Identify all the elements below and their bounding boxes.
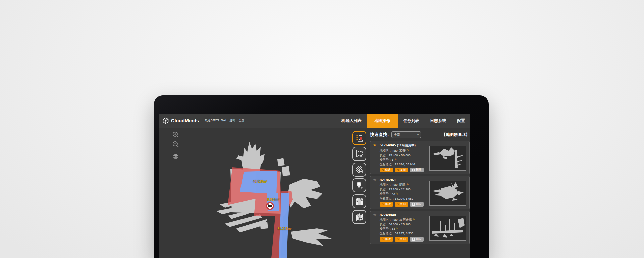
nav-item-map-operation[interactable]: 地图操作 xyxy=(367,114,398,128)
edit-pencil-icon[interactable]: ✎ xyxy=(394,158,397,161)
map-card: ★ 51764845 (12号使用中) 地图名：map_33楼✎ 长宽：25.4… xyxy=(370,141,470,174)
app-screen: CloudMinds 欢迎BJDT2_Test 退出 全屏 机器人列表 地图操作… xyxy=(159,114,470,258)
map-canvas[interactable]: 40.519m² 8.614m² 80.215m² xyxy=(159,128,352,258)
logout-link[interactable]: 退出 xyxy=(229,119,235,123)
edit-pencil-icon: ✎ xyxy=(397,203,399,206)
copy-button[interactable]: ✎复制 xyxy=(395,168,408,172)
modify-button[interactable]: ✎修改 xyxy=(380,202,393,207)
copy-button[interactable]: ✎复制 xyxy=(395,237,408,242)
star-filled-icon[interactable]: ★ xyxy=(373,143,377,147)
laptop-mockup: CloudMinds 欢迎BJDT2_Test 退出 全屏 机器人列表 地图操作… xyxy=(154,95,489,258)
star-outline-icon[interactable]: ☆ xyxy=(373,178,377,182)
edit-pencil-icon[interactable]: ✎ xyxy=(396,192,399,196)
delete-icon xyxy=(412,238,415,241)
desktop-background: CloudMinds 欢迎BJDT2_Test 退出 全屏 机器人列表 地图操作… xyxy=(0,0,644,258)
edit-pencil-icon[interactable]: ✎ xyxy=(407,149,410,152)
edit-pencil-icon: ✎ xyxy=(382,168,384,172)
map-thumbnail[interactable] xyxy=(429,181,466,206)
edit-pencil-icon: ✎ xyxy=(397,168,399,172)
map-count-label: 【地图数量:3】 xyxy=(442,132,470,138)
modify-button[interactable]: ✎修改 xyxy=(380,237,393,242)
edit-pencil-icon[interactable]: ✎ xyxy=(396,227,399,230)
edit-pencil-icon: ✎ xyxy=(397,238,399,241)
nav-item-log-system[interactable]: 日志系统 xyxy=(425,114,451,128)
map-toolbar xyxy=(352,131,366,224)
hatch-area-add-icon[interactable] xyxy=(352,163,366,177)
cloudminds-logo: CloudMinds xyxy=(162,117,199,124)
chevron-down-icon: ▾ xyxy=(417,133,419,136)
filter-select-value: 全部 xyxy=(394,132,417,137)
map-thumbnail[interactable] xyxy=(429,146,466,171)
modify-button[interactable]: ✎修改 xyxy=(380,168,393,172)
area-size-label: 40.519m² xyxy=(253,180,267,183)
nav-item-robot-list[interactable]: 机器人列表 xyxy=(336,114,367,128)
robot-marker xyxy=(267,203,273,209)
map-card: ☆ 87749840 地图名：map_33层走廊✎ 长宽：56.600 x 25… xyxy=(370,211,470,244)
map-task-icon[interactable] xyxy=(352,131,366,145)
area-size-label: 8.614m² xyxy=(267,198,279,201)
delete-button[interactable]: 删除 xyxy=(410,168,424,172)
fullscreen-link[interactable]: 全屏 xyxy=(238,119,244,123)
map-list-panel: 快速查找: 全部 ▾ 【地图数量:3】 ★ 51764845 xyxy=(370,131,470,244)
map-frame-icon[interactable] xyxy=(352,147,366,161)
edit-pencil-icon: ✎ xyxy=(382,238,384,241)
edit-pencil-icon[interactable]: ✎ xyxy=(413,218,416,221)
quick-search-label: 快速查找: xyxy=(370,132,389,138)
delete-button[interactable]: 删除 xyxy=(410,237,424,242)
filter-select[interactable]: 全部 ▾ xyxy=(391,131,421,138)
area-size-label: 80.215m² xyxy=(278,227,292,231)
pin-add-icon[interactable] xyxy=(352,178,366,192)
map-upload-icon[interactable] xyxy=(352,210,366,224)
map-status-suffix: (12号使用中) xyxy=(397,143,416,147)
map-thumbnail[interactable] xyxy=(429,216,466,241)
delete-icon xyxy=(412,203,415,206)
edit-pencil-icon: ✎ xyxy=(382,203,384,206)
main-nav: 机器人列表 地图操作 任务列表 日志系统 配置 xyxy=(336,114,470,128)
map-card-list: ★ 51764845 (12号使用中) 地图名：map_33楼✎ 长宽：25.4… xyxy=(370,141,470,244)
logo-text: CloudMinds xyxy=(171,118,199,123)
star-outline-icon[interactable]: ☆ xyxy=(373,213,377,217)
cloudminds-logo-icon xyxy=(162,117,169,124)
welcome-text: 欢迎BJDT2_Test xyxy=(205,119,226,123)
panel-header: 快速查找: 全部 ▾ 【地图数量:3】 xyxy=(370,131,470,138)
edit-pencil-icon[interactable]: ✎ xyxy=(407,183,409,186)
nav-item-config[interactable]: 配置 xyxy=(451,114,470,128)
copy-button[interactable]: ✎复制 xyxy=(395,202,408,207)
delete-icon xyxy=(412,169,415,171)
content-area: 40.519m² 8.614m² 80.215m² xyxy=(159,128,470,258)
map-marker-icon[interactable] xyxy=(352,194,366,208)
navbar: CloudMinds 欢迎BJDT2_Test 退出 全屏 机器人列表 地图操作… xyxy=(159,114,470,128)
zoom-in-icon[interactable] xyxy=(172,131,179,138)
layers-icon[interactable] xyxy=(172,153,179,160)
map-controls xyxy=(172,131,179,160)
nav-item-task-list[interactable]: 任务列表 xyxy=(398,114,425,128)
delete-button[interactable]: 删除 xyxy=(410,202,424,207)
map-card: ☆ 82186961 地图名：map_腿腿✎ 长宽：23.200 x 22.90… xyxy=(370,176,470,209)
zoom-out-icon[interactable] xyxy=(172,141,179,148)
